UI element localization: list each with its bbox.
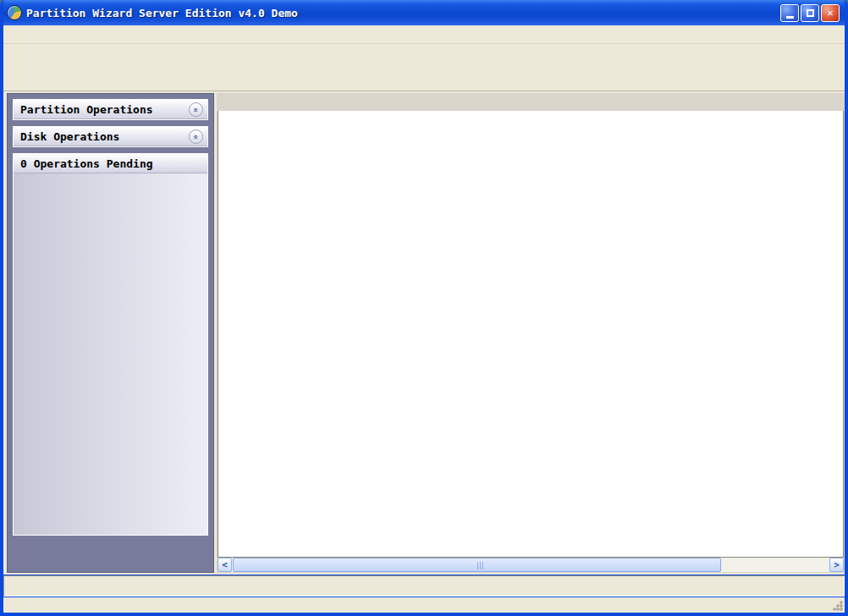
horizontal-scrollbar[interactable]: < > (218, 558, 844, 572)
minimize-button[interactable] (780, 4, 799, 22)
scroll-right-arrow-icon[interactable]: > (829, 558, 844, 572)
table-header (218, 94, 844, 111)
toolbar (3, 44, 845, 91)
operations-pending-header: 0 Operations Pending (14, 154, 207, 173)
operations-pending-body (14, 173, 207, 535)
partition-operations-header: Partition Operations « (14, 100, 207, 119)
scrollbar-thumb[interactable] (233, 558, 721, 572)
scroll-left-arrow-icon[interactable]: < (218, 558, 232, 572)
operations-pending-panel: 0 Operations Pending (13, 153, 208, 536)
app-window: Partition Wizard Server Edition v4.0 Dem… (0, 0, 848, 616)
resize-grip[interactable] (833, 601, 843, 611)
partition-operations-panel: Partition Operations « (13, 99, 208, 120)
titlebar: Partition Wizard Server Edition v4.0 Dem… (3, 0, 845, 25)
window-title: Partition Wizard Server Edition v4.0 Dem… (26, 7, 780, 19)
close-button[interactable]: ✕ (821, 4, 840, 22)
collapse-chevron-icon[interactable]: « (189, 102, 203, 117)
content-area: < > (217, 93, 845, 573)
disk-operations-header: Disk Operations « (14, 127, 207, 146)
disk-operations-title: Disk Operations (20, 130, 119, 143)
sidebar: Partition Operations « Disk Operations «… (7, 93, 214, 573)
collapse-chevron-icon[interactable]: « (189, 129, 203, 144)
filesystem-legend (3, 575, 845, 597)
disk-operations-panel: Disk Operations « (13, 126, 208, 147)
partition-table (218, 111, 844, 558)
status-bar (3, 597, 845, 613)
menu-bar (3, 25, 845, 44)
operations-pending-title: 0 Operations Pending (20, 157, 153, 170)
app-logo-icon (7, 5, 22, 20)
partition-operations-title: Partition Operations (20, 103, 153, 116)
maximize-button[interactable] (801, 4, 819, 22)
